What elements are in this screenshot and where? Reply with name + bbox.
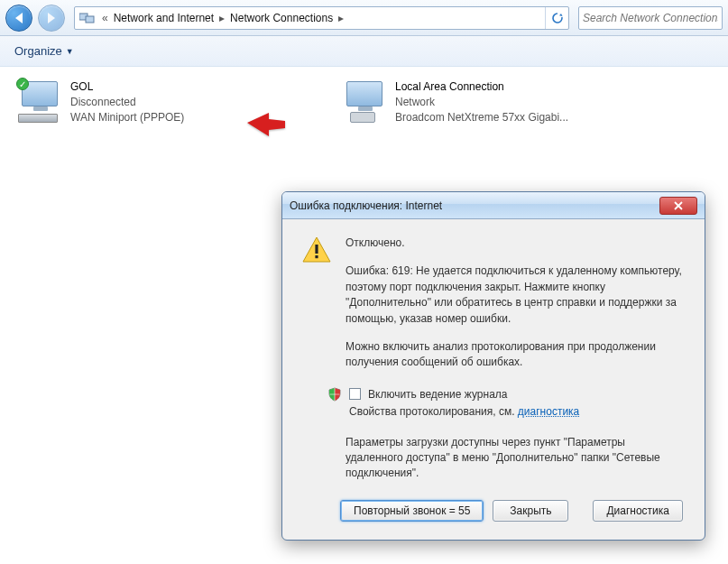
arrow-left-icon bbox=[245, 110, 287, 141]
dialog-params-text: Параметры загрузки доступны через пункт … bbox=[346, 435, 685, 482]
close-dialog-button[interactable]: Закрыть bbox=[493, 500, 568, 522]
organize-label: Organize bbox=[14, 44, 62, 58]
warning-icon bbox=[302, 236, 331, 264]
shield-icon bbox=[327, 387, 342, 402]
chevron-right-icon: ▸ bbox=[217, 12, 226, 24]
arrow-right-icon bbox=[48, 13, 55, 23]
enable-logging-label: Включить ведение журнала bbox=[368, 387, 508, 402]
chevron-right-icon: ▸ bbox=[336, 12, 346, 24]
dialog-status: Отключено. bbox=[346, 236, 685, 251]
search-box[interactable] bbox=[578, 6, 723, 30]
chevron-down-icon: ▼ bbox=[66, 47, 74, 56]
redial-button[interactable]: Повторный звонок = 55 bbox=[340, 500, 484, 522]
logging-properties-prefix: Свойства протоколирования, см. bbox=[349, 405, 518, 418]
error-dialog: Ошибка подключения: Internet Отключено. … bbox=[281, 191, 705, 541]
connection-icon: ✓ bbox=[18, 79, 61, 123]
organize-toolbar: Organize ▼ bbox=[0, 36, 728, 67]
connection-lan[interactable]: Local Area Connection Network Broadcom N… bbox=[343, 79, 613, 125]
organize-button[interactable]: Organize ▼ bbox=[9, 41, 79, 61]
svg-rect-3 bbox=[315, 255, 318, 258]
forward-button[interactable] bbox=[38, 5, 65, 32]
dialog-error-text: Ошибка: 619: Не удается подключиться к у… bbox=[346, 264, 685, 327]
connection-title: Local Area Connection bbox=[395, 79, 568, 95]
connection-status: Disconnected bbox=[70, 95, 184, 110]
search-input[interactable] bbox=[583, 12, 718, 24]
connections-area: ✓ GOL Disconnected WAN Miniport (PPPOE) … bbox=[0, 67, 728, 137]
diagnostics-link[interactable]: диагностика bbox=[518, 405, 579, 418]
dialog-note: Можно включить анализ протоколирования п… bbox=[346, 339, 685, 371]
close-icon bbox=[673, 201, 684, 210]
nav-bar: « Network and Internet ▸ Network Connect… bbox=[0, 0, 728, 36]
diagnostics-button[interactable]: Диагностика bbox=[593, 500, 683, 522]
network-icon bbox=[78, 10, 97, 26]
breadcrumb-network-connections[interactable]: Network Connections bbox=[226, 12, 336, 24]
refresh-icon bbox=[551, 12, 564, 24]
breadcrumb-network-internet[interactable]: Network and Internet bbox=[110, 12, 217, 24]
back-button[interactable] bbox=[5, 5, 32, 32]
dialog-buttons: Повторный звонок = 55 Закрыть Диагностик… bbox=[302, 500, 685, 523]
close-button[interactable] bbox=[659, 197, 697, 215]
connection-icon bbox=[343, 79, 386, 123]
connection-device: WAN Miniport (PPPOE) bbox=[70, 110, 184, 125]
dialog-body: Отключено. Ошибка: 619: Не удается подкл… bbox=[282, 219, 705, 540]
connection-device: Broadcom NetXtreme 57xx Gigabi... bbox=[395, 110, 568, 125]
logging-properties-line: Свойства протоколирования, см. диагности… bbox=[349, 404, 685, 420]
breadcrumb-sep: « bbox=[100, 12, 110, 24]
dialog-titlebar[interactable]: Ошибка подключения: Internet bbox=[282, 192, 705, 219]
dialog-title: Ошибка подключения: Internet bbox=[290, 199, 659, 212]
arrow-left-icon bbox=[15, 13, 23, 23]
connection-title: GOL bbox=[70, 79, 184, 95]
connection-status: Network bbox=[395, 95, 568, 110]
svg-rect-1 bbox=[86, 16, 94, 23]
address-bar[interactable]: « Network and Internet ▸ Network Connect… bbox=[74, 6, 569, 30]
annotation-arrow bbox=[245, 110, 287, 144]
enable-logging-checkbox[interactable] bbox=[349, 388, 361, 400]
status-ok-icon: ✓ bbox=[16, 78, 29, 90]
refresh-button[interactable] bbox=[545, 7, 568, 29]
svg-rect-2 bbox=[315, 245, 318, 254]
